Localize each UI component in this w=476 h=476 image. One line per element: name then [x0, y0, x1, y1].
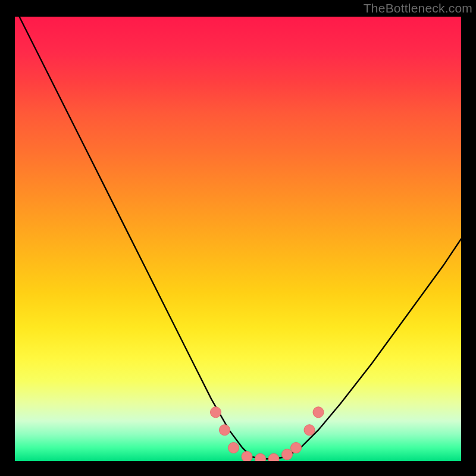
plot-area — [15, 17, 461, 461]
marker-point — [291, 443, 302, 453]
highlight-markers — [15, 17, 461, 461]
marker-point — [313, 407, 324, 418]
bottleneck-curve — [15, 17, 461, 461]
chart-frame: TheBottleneck.com — [0, 0, 476, 476]
marker-point — [304, 425, 315, 436]
marker-point — [211, 407, 221, 418]
marker-point — [242, 452, 252, 462]
marker-point — [255, 453, 266, 461]
marker-point — [268, 453, 279, 461]
marker-point — [282, 449, 293, 460]
marker-point — [228, 443, 239, 453]
watermark-text: TheBottleneck.com — [364, 1, 472, 15]
marker-point — [220, 425, 230, 436]
